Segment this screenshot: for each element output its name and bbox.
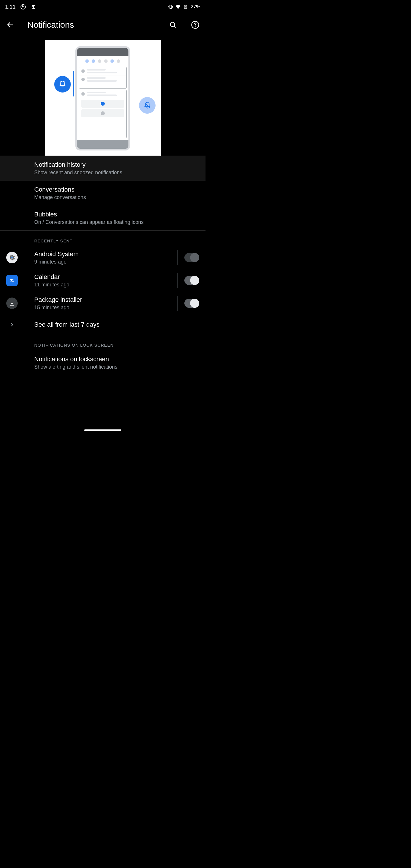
svg-point-6	[195, 26, 196, 27]
item-title: Conversations	[34, 186, 199, 193]
help-icon	[191, 21, 199, 29]
app-name: Android System	[34, 250, 175, 258]
hero-phone	[75, 46, 130, 151]
settings-list: Notification history Show recent and sno…	[0, 156, 205, 373]
see-all-label: See all from last 7 days	[34, 321, 100, 328]
bell-off-icon	[139, 97, 156, 114]
toggle-package-installer[interactable]	[184, 299, 199, 308]
recent-app-calendar[interactable]: 31 Calendar 11 minutes ago	[0, 269, 205, 292]
svg-rect-2	[170, 5, 172, 8]
item-subtitle: Show recent and snoozed notifications	[34, 169, 199, 176]
status-left: 1:11 𝕿	[5, 4, 36, 10]
item-title: Notifications on lockscreen	[34, 355, 199, 363]
svg-point-7	[11, 257, 12, 258]
settings-icon	[6, 252, 18, 263]
dnd-icon	[20, 4, 26, 10]
recent-text: Calendar 11 minutes ago	[34, 273, 175, 288]
divider	[177, 273, 178, 288]
nyt-icon: 𝕿	[31, 4, 36, 10]
app-time: 15 minutes ago	[34, 305, 175, 311]
toggle-calendar[interactable]	[184, 276, 199, 285]
item-subtitle: Manage conversations	[34, 194, 199, 200]
app-time: 9 minutes ago	[34, 259, 175, 265]
arrow-left-icon	[6, 21, 14, 29]
svg-point-1	[22, 5, 24, 7]
recent-app-package-installer[interactable]: Package installer 15 minutes ago	[0, 292, 205, 315]
app-name: Package installer	[34, 296, 175, 304]
status-bar: 1:11 𝕿 27%	[0, 0, 205, 14]
nav-handle	[84, 429, 121, 431]
back-button[interactable]	[4, 19, 17, 31]
lockscreen-item[interactable]: Notifications on lockscreen Show alertin…	[0, 350, 205, 373]
notification-history-item[interactable]: Notification history Show recent and sno…	[0, 156, 205, 181]
vibrate-icon	[168, 4, 173, 10]
notifications-illustration	[45, 40, 161, 156]
recent-text: Package installer 15 minutes ago	[34, 296, 175, 311]
search-button[interactable]	[167, 19, 179, 31]
bell-active-icon	[54, 76, 71, 93]
bubbles-item[interactable]: Bubbles On / Conversations can appear as…	[0, 206, 205, 230]
recent-app-android-system[interactable]: Android System 9 minutes ago	[0, 246, 205, 269]
download-icon	[6, 298, 18, 309]
toggle-android-system[interactable]	[184, 253, 199, 262]
conversations-item[interactable]: Conversations Manage conversations	[0, 181, 205, 206]
calendar-badge: 31	[10, 278, 14, 282]
battery-charging-icon	[183, 4, 188, 10]
divider	[177, 250, 178, 265]
status-time: 1:11	[5, 4, 16, 10]
search-icon	[169, 21, 177, 29]
see-all-item[interactable]: See all from last 7 days	[0, 315, 205, 335]
status-right: 27%	[168, 4, 200, 10]
help-button[interactable]	[189, 19, 201, 31]
item-subtitle: Show alerting and silent notifications	[34, 364, 199, 370]
app-time: 11 minutes ago	[34, 282, 175, 288]
page-title: Notifications	[27, 20, 157, 30]
lockscreen-section-header: NOTIFICATIONS ON LOCK SCREEN	[0, 335, 205, 350]
calendar-icon: 31	[6, 275, 18, 286]
item-subtitle: On / Conversations can appear as floatin…	[34, 219, 199, 225]
chevron-right-icon	[6, 321, 18, 328]
app-bar: Notifications	[0, 14, 205, 36]
gesture-nav-bar[interactable]	[0, 426, 205, 434]
item-title: Bubbles	[34, 211, 199, 218]
svg-point-4	[170, 22, 175, 27]
hero-bar-left	[73, 71, 74, 96]
battery-percentage: 27%	[191, 4, 200, 10]
item-title: Notification history	[34, 161, 199, 168]
recent-text: Android System 9 minutes ago	[34, 250, 175, 265]
app-name: Calendar	[34, 273, 175, 281]
divider	[177, 296, 178, 311]
wifi-icon	[175, 4, 181, 10]
recent-section-header: RECENTLY SENT	[0, 231, 205, 246]
